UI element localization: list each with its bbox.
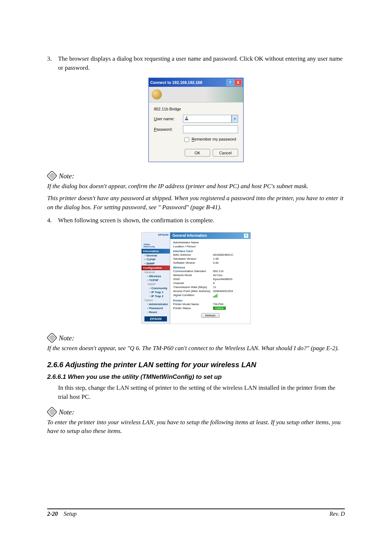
page-footer: 2-20 Setup Rev. D	[47, 509, 345, 517]
step-4-number: 4.	[47, 216, 58, 225]
group-wireless: Wireless	[173, 266, 248, 269]
remember-password-row: Remember my password	[183, 136, 238, 143]
footer-page-number: 2-20	[47, 511, 58, 517]
user-icon	[184, 116, 189, 120]
label-signal: Signal Condition	[173, 293, 213, 297]
epson-top-logo: EPSON	[142, 232, 170, 243]
sidebar: EPSON TMNetWebConfig Information General…	[142, 232, 170, 324]
panel-title: General Information ?	[170, 232, 250, 239]
note-1-para-1: If the dialog box doesn't appear, confir…	[47, 182, 345, 191]
chevron-down-icon[interactable]: ▼	[232, 115, 238, 123]
label-ap: Access Point (MAC Address)	[173, 289, 213, 293]
nav-trap-1[interactable]: IP Trap 1	[142, 290, 170, 294]
panel-help-icon[interactable]: ?	[244, 234, 248, 238]
value-model: TM-P60	[213, 303, 223, 306]
heading-2-6-6-1: 2.6.6.1 When you use the utility (TMNetW…	[47, 373, 345, 381]
label-std: Communication Standard	[173, 270, 213, 273]
nav-tcpip[interactable]: TCP/IP	[142, 258, 170, 262]
general-info-panel: EPSON TMNetWebConfig Information General…	[141, 232, 251, 324]
value-mode: Ad Hoc	[213, 274, 222, 277]
nav-reset[interactable]: Reset	[142, 310, 170, 314]
label-mac: MAC Address	[173, 253, 213, 256]
nav-community[interactable]: Community	[142, 286, 170, 290]
label-rate: Transmission Rate (Mbps)	[173, 285, 213, 289]
epson-button[interactable]: EPSON	[144, 316, 167, 321]
label-hw: Hardware Version	[173, 257, 213, 260]
note-2-para-1: If the screen doesn't appear, see "Q 6. …	[47, 344, 345, 353]
note-icon	[45, 331, 59, 344]
svg-point-0	[186, 117, 188, 118]
value-hw: 1.00	[213, 257, 219, 260]
note-3-label: Note:	[59, 408, 74, 417]
remember-password-checkbox[interactable]	[184, 137, 189, 142]
nav-administrator[interactable]: Administrator	[142, 302, 170, 306]
label-model: Printer Model Name	[173, 303, 213, 306]
label-mode: Network Mode	[173, 274, 213, 277]
note-icon	[45, 169, 59, 183]
section-information: Information	[142, 249, 170, 254]
password-input[interactable]	[183, 125, 238, 133]
step-4: 4. When following screen is shown, the c…	[47, 216, 345, 225]
label-status: Printer Status	[173, 307, 213, 310]
note-2: Note: If the screen doesn't appear, see …	[47, 333, 345, 353]
value-channel: 8	[213, 281, 215, 285]
general-info-figure: EPSON TMNetWebConfig Information General…	[47, 231, 345, 324]
signal-icon	[213, 293, 218, 297]
value-ap: 0206404912D4	[213, 289, 233, 293]
step-3-text: The browser displays a dialog box reques…	[58, 54, 345, 72]
nav-option: Option	[142, 298, 170, 302]
dialog-title-text: Connect to 192.168.192.168	[150, 80, 202, 85]
panel-title-text: General Information	[172, 234, 207, 238]
ok-button[interactable]: OK	[185, 149, 210, 157]
step-4-text: When following screen is shown, the conf…	[58, 216, 345, 225]
note-2-label: Note:	[59, 334, 74, 343]
login-dialog: Connect to 192.168.192.168 ? X 802.11b B…	[148, 78, 244, 162]
realm-text: 802.11b Bridge	[154, 107, 238, 111]
section-configuration: Configuration	[142, 266, 170, 270]
value-mac: 0010082482CC	[213, 253, 233, 256]
label-ssid: SSID	[173, 278, 213, 281]
login-dialog-figure: Connect to 192.168.192.168 ? X 802.11b B…	[47, 78, 345, 162]
label-sw: Software Version	[173, 261, 213, 264]
help-icon[interactable]: ?	[226, 79, 234, 86]
label-admin-name: Administrator Name	[173, 241, 213, 244]
nav-password[interactable]: Password	[142, 306, 170, 310]
note-3-para-1: To enter the printer into your wireless …	[47, 418, 345, 436]
value-ssid: EpsonNetIBSS	[213, 278, 232, 281]
nav-network: Network	[142, 270, 170, 274]
note-3: Note: To enter the printer into your wir…	[47, 407, 345, 436]
label-location: Location / Person	[173, 245, 213, 248]
key-icon	[152, 89, 162, 100]
value-rate: 11	[213, 285, 216, 289]
close-icon[interactable]: X	[234, 79, 242, 86]
nav-general[interactable]: General	[142, 254, 170, 258]
nav-tcpip-2[interactable]: TCP/IP	[142, 278, 170, 282]
nav-wireless[interactable]: Wireless	[142, 274, 170, 278]
dialog-titlebar: Connect to 192.168.192.168 ? X	[149, 78, 243, 87]
note-1-para-2: This printer doesn't have any password a…	[47, 194, 345, 212]
nav-snmp[interactable]: SNMP	[142, 262, 170, 266]
nav-trap-2[interactable]: IP Trap 2	[142, 294, 170, 298]
password-label: Password:	[154, 127, 183, 131]
heading-2-6-6: 2.6.6 Adjusting the printer LAN setting …	[47, 361, 345, 369]
value-sw: 0.82	[213, 261, 219, 264]
cancel-button[interactable]: Cancel	[213, 149, 238, 157]
note-icon	[45, 405, 59, 418]
refresh-button[interactable]: Refresh	[201, 313, 219, 318]
nav-snmp-2: SNMP	[142, 282, 170, 286]
tmnet-brand: TMNetWebConfig	[142, 243, 170, 249]
value-std: 802.11b	[213, 270, 224, 273]
username-input[interactable]	[183, 115, 232, 123]
label-channel: Channel	[173, 281, 213, 285]
step-3-number: 3.	[47, 54, 58, 72]
group-interface-card: Interface Card	[173, 250, 248, 253]
note-1-label: Note:	[59, 172, 74, 181]
remember-password-label: Remember my password	[192, 137, 236, 142]
body-paragraph-1: In this step, change the LAN setting of …	[58, 384, 345, 401]
note-1: Note: If the dialog box doesn't appear, …	[47, 171, 345, 212]
footer-section: Setup	[64, 511, 77, 517]
dialog-banner	[149, 87, 243, 102]
value-status: Online	[213, 307, 226, 310]
group-printer: Printer	[173, 299, 248, 302]
footer-revision: Rev. D	[330, 511, 345, 517]
